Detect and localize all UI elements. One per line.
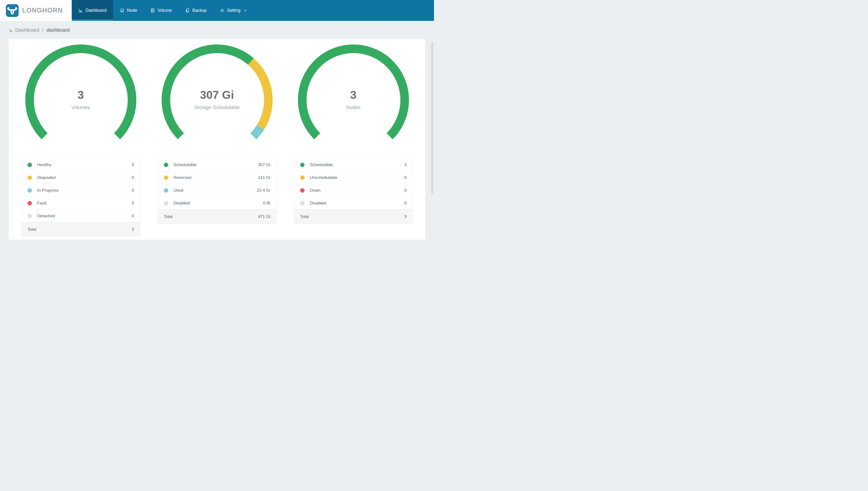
legend-value: 0 <box>404 201 406 206</box>
bar-chart-icon <box>9 28 13 32</box>
legend-label: Reserved <box>174 175 258 180</box>
gauge-ring <box>294 41 412 142</box>
legend-row: Reserved 141 Gi <box>158 171 276 184</box>
nav-item-backup[interactable]: Backup <box>179 0 213 21</box>
legend-label: Degraded <box>37 175 132 180</box>
legend-label: Schedulable <box>174 163 258 167</box>
legend-value: 0 <box>132 175 134 180</box>
gauge-ring <box>158 41 276 142</box>
legend-label: Fault <box>37 201 132 206</box>
volume-icon <box>150 8 155 13</box>
legend-row: Fault 0 <box>22 197 140 210</box>
legend-value: 0 <box>132 188 134 193</box>
legend-value: 0 <box>404 175 406 180</box>
nodes-panel: 3 Nodes Schedulable 3 Unschedulable 0 Do… <box>285 41 422 240</box>
legend-value: 3 <box>132 163 134 167</box>
nav-item-volume[interactable]: Volume <box>144 0 178 21</box>
gear-icon <box>220 8 224 13</box>
gauge-chart: 3 Volumes <box>22 41 140 142</box>
node-icon <box>120 8 125 13</box>
legend-color-dot <box>300 175 305 180</box>
legend-row: Disabled 0 <box>294 197 413 210</box>
legend-row: Disabled 0 Bi <box>158 197 276 210</box>
legend-color-dot <box>300 201 305 205</box>
nav-item-setting[interactable]: Setting <box>213 0 253 21</box>
legend-table: Schedulable 307 Gi Reserved 141 Gi Used … <box>158 158 277 224</box>
legend-value: 0 <box>132 201 134 206</box>
legend-color-dot <box>28 201 32 205</box>
legend-color-dot <box>164 188 168 193</box>
legend-row: Used 22.4 Gi <box>158 184 276 197</box>
nav-item-dashboard[interactable]: Dashboard <box>72 0 113 21</box>
dashboard-card: 3 Volumes Healthy 3 Degraded 0 In Progre… <box>9 39 425 240</box>
bar-chart-icon <box>79 8 83 13</box>
total-label: Total <box>28 227 132 232</box>
breadcrumb-separator: / <box>41 27 45 33</box>
breadcrumb-root-link[interactable]: Dashboard <box>15 27 39 33</box>
legend-row: Down 0 <box>294 184 413 197</box>
legend-value: 0 <box>132 213 134 219</box>
legend-label: Healthy <box>37 163 132 167</box>
legend-label: Used <box>174 188 257 193</box>
legend-row: Healthy 3 <box>22 158 140 171</box>
nav-label: Setting <box>227 8 240 13</box>
legend-color-dot <box>28 175 32 180</box>
legend-color-dot <box>28 163 32 167</box>
breadcrumb-current: dashboard <box>46 27 70 33</box>
legend-label: Detached <box>37 213 132 219</box>
main-nav: Dashboard Node Volume Backup <box>72 0 254 21</box>
legend-row: Degraded 0 <box>22 171 140 184</box>
brand-logo-home[interactable]: LONGHORN <box>0 0 72 21</box>
legend-table: Schedulable 3 Unschedulable 0 Down 0 Dis… <box>294 158 413 224</box>
legend-value: 22.4 Gi <box>257 188 271 193</box>
legend-color-dot <box>28 214 32 218</box>
legend-row: Unschedulable 0 <box>294 171 413 184</box>
legend-label: Schedulable <box>310 163 405 167</box>
storage-panel: 307 Gi Storage Schedulable Schedulable 3… <box>149 41 285 240</box>
legend-value: 0 Bi <box>263 201 270 206</box>
legend-label: In Progress <box>37 188 132 193</box>
legend-color-dot <box>300 163 305 167</box>
nav-label: Backup <box>192 8 207 13</box>
nav-label: Volume <box>157 8 172 13</box>
legend-color-dot <box>300 188 305 193</box>
legend-label: Down <box>310 188 405 193</box>
legend-total-row: Total 471 Gi <box>158 210 276 223</box>
legend-table: Healthy 3 Degraded 0 In Progress 0 Fault… <box>21 158 140 236</box>
vertical-scrollbar-thumb[interactable] <box>431 42 433 194</box>
legend-row: Schedulable 307 Gi <box>158 158 276 171</box>
legend-row: Detached 0 <box>22 210 140 222</box>
legend-value: 3 <box>404 163 406 167</box>
total-value: 3 <box>404 214 406 219</box>
legend-label: Disabled <box>310 201 405 206</box>
legend-value: 307 Gi <box>258 163 270 167</box>
brand-name: LONGHORN <box>22 7 63 14</box>
legend-color-dot <box>28 188 32 193</box>
legend-color-dot <box>164 175 168 180</box>
breadcrumb: Dashboard / dashboard <box>0 21 434 39</box>
gauge-chart: 3 Nodes <box>294 41 412 142</box>
legend-value: 0 <box>404 188 406 193</box>
total-label: Total <box>300 214 405 219</box>
gauge-ring <box>22 41 140 142</box>
legend-row: Schedulable 3 <box>294 158 413 171</box>
legend-row: In Progress 0 <box>22 184 140 197</box>
total-label: Total <box>164 214 258 219</box>
longhorn-logo-icon <box>6 4 19 17</box>
total-value: 3 <box>132 227 134 232</box>
total-value: 471 Gi <box>258 214 270 219</box>
legend-total-row: Total 3 <box>294 210 413 223</box>
top-navbar: LONGHORN Dashboard Node Volume <box>0 0 434 21</box>
nav-item-node[interactable]: Node <box>113 0 144 21</box>
nav-label: Node <box>127 8 137 13</box>
legend-label: Disabled <box>174 201 263 206</box>
chevron-down-icon <box>243 9 247 12</box>
gauge-chart: 307 Gi Storage Schedulable <box>158 41 276 142</box>
legend-color-dot <box>164 201 168 205</box>
nav-label: Dashboard <box>86 8 106 13</box>
volumes-panel: 3 Volumes Healthy 3 Degraded 0 In Progre… <box>12 41 149 240</box>
legend-total-row: Total 3 <box>22 222 140 236</box>
backup-icon <box>185 8 190 13</box>
legend-color-dot <box>164 163 168 167</box>
legend-label: Unschedulable <box>310 175 405 180</box>
